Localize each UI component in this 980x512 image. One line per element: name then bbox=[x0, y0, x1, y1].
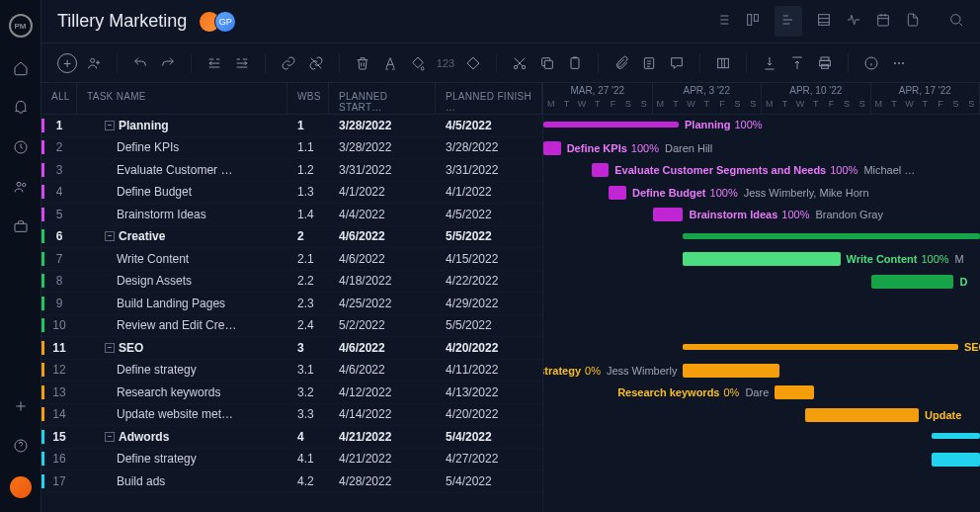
fill-button[interactable] bbox=[407, 52, 429, 74]
clock-icon[interactable] bbox=[12, 138, 30, 156]
gantt-bar[interactable]: Evaluate Customer Segments and Needs100%… bbox=[592, 163, 610, 177]
shape-button[interactable] bbox=[462, 52, 484, 74]
board-view-icon[interactable] bbox=[745, 12, 761, 31]
start-cell: 3/28/2022 bbox=[329, 119, 436, 132]
gantt-row: SEO0% bbox=[543, 337, 980, 360]
wbs-cell: 4.1 bbox=[287, 452, 329, 466]
gantt-bar[interactable]: Creative bbox=[683, 233, 980, 239]
task-row[interactable]: 5 Brainstorm Ideas 1.4 4/4/2022 4/5/2022 bbox=[41, 204, 542, 226]
text-style-button[interactable] bbox=[379, 52, 401, 74]
wbs-cell: 3.3 bbox=[287, 407, 329, 421]
col-start[interactable]: PLANNED START… bbox=[329, 83, 436, 114]
svg-point-2 bbox=[22, 183, 25, 186]
gantt-bar[interactable]: D bbox=[871, 275, 954, 289]
task-row[interactable]: 7 Write Content 2.1 4/6/2022 4/15/2022 bbox=[41, 248, 542, 271]
bell-icon[interactable] bbox=[12, 99, 30, 117]
task-row[interactable]: 1 −Planning 1 3/28/2022 4/5/2022 bbox=[41, 115, 542, 137]
app-logo[interactable]: PM bbox=[9, 14, 33, 38]
briefcase-icon[interactable] bbox=[12, 217, 30, 235]
home-icon[interactable] bbox=[12, 59, 30, 77]
list-view-icon[interactable] bbox=[715, 12, 731, 31]
gantt-bar[interactable]: Research keywords0%Dare bbox=[775, 385, 814, 399]
col-all[interactable]: ALL bbox=[41, 83, 77, 114]
attach-button[interactable] bbox=[611, 52, 632, 74]
task-row[interactable]: 13 Research keywords 3.2 4/12/2022 4/13/… bbox=[41, 382, 542, 404]
start-cell: 4/21/2022 bbox=[329, 430, 436, 444]
gantt-bar[interactable]: Write Content100%M bbox=[683, 252, 840, 266]
users-icon[interactable] bbox=[12, 178, 30, 196]
col-name[interactable]: TASK NAME bbox=[77, 83, 287, 114]
collapse-icon[interactable]: − bbox=[105, 121, 115, 130]
wbs-cell: 3.1 bbox=[287, 363, 329, 377]
task-row[interactable]: 2 Define KPIs 1.1 3/28/2022 3/28/2022 bbox=[41, 137, 542, 160]
task-row[interactable]: 15 −Adwords 4 4/21/2022 5/4/2022 bbox=[41, 426, 542, 449]
gantt-bar[interactable]: Brainstorm Ideas100%Brandon Gray bbox=[653, 208, 684, 221]
add-user-button[interactable] bbox=[83, 52, 105, 74]
project-members[interactable]: GP bbox=[199, 11, 236, 33]
gantt-bar[interactable]: SEO0% bbox=[683, 344, 957, 350]
task-row[interactable]: 14 Update website met… 3.3 4/14/2022 4/2… bbox=[41, 404, 542, 427]
cut-button[interactable] bbox=[509, 52, 531, 74]
gantt-bar[interactable]: Update bbox=[805, 408, 919, 422]
export-button[interactable] bbox=[786, 52, 808, 74]
task-row[interactable]: 4 Define Budget 1.3 4/1/2022 4/1/2022 bbox=[41, 182, 542, 205]
gantt-row bbox=[543, 293, 980, 315]
import-button[interactable] bbox=[759, 52, 780, 74]
collapse-icon[interactable]: − bbox=[105, 231, 115, 241]
undo-button[interactable] bbox=[129, 52, 151, 74]
task-row[interactable]: 8 Design Assets 2.2 4/18/2022 4/22/2022 bbox=[41, 271, 542, 294]
sheet-view-icon[interactable] bbox=[816, 12, 832, 31]
task-row[interactable]: 6 −Creative 2 4/6/2022 5/5/2022 bbox=[41, 226, 542, 249]
activity-icon[interactable] bbox=[846, 12, 861, 31]
gantt-bar[interactable] bbox=[932, 453, 980, 467]
delete-button[interactable] bbox=[352, 52, 373, 74]
gantt-week: APR, 3 '22MTWTFSS bbox=[653, 83, 763, 114]
paste-button[interactable] bbox=[564, 52, 586, 74]
row-number: 6 bbox=[41, 229, 77, 243]
print-button[interactable] bbox=[814, 52, 836, 74]
gantt-bar[interactable] bbox=[932, 433, 980, 439]
collapse-icon[interactable]: − bbox=[105, 343, 115, 353]
task-row[interactable]: 11 −SEO 3 4/6/2022 4/20/2022 bbox=[41, 337, 542, 360]
task-row[interactable]: 17 Build ads 4.2 4/28/2022 5/4/2022 bbox=[41, 470, 542, 493]
col-wbs[interactable]: WBS bbox=[287, 83, 329, 114]
task-name-cell: Research keywords bbox=[77, 385, 287, 399]
outdent-button[interactable] bbox=[204, 52, 225, 74]
task-name-cell: Define strategy bbox=[77, 452, 287, 466]
task-row[interactable]: 10 Review and Edit Cre… 2.4 5/2/2022 5/5… bbox=[41, 315, 542, 338]
gantt-chart[interactable]: MAR, 27 '22MTWTFSSAPR, 3 '22MTWTFSSAPR, … bbox=[543, 83, 980, 512]
copy-button[interactable] bbox=[536, 52, 558, 74]
collapse-icon[interactable]: − bbox=[105, 432, 115, 442]
user-avatar[interactable] bbox=[10, 476, 32, 498]
notes-button[interactable] bbox=[638, 52, 660, 74]
redo-button[interactable] bbox=[157, 52, 179, 74]
columns-button[interactable] bbox=[712, 52, 734, 74]
help-icon[interactable] bbox=[12, 437, 30, 455]
task-name-cell: Brainstorm Ideas bbox=[77, 208, 287, 221]
search-icon[interactable] bbox=[948, 12, 964, 31]
finish-cell: 3/28/2022 bbox=[436, 140, 542, 154]
indent-button[interactable] bbox=[231, 52, 253, 74]
unlink-button[interactable] bbox=[305, 52, 327, 74]
plus-icon[interactable] bbox=[12, 397, 30, 415]
task-row[interactable]: 9 Build Landing Pages 2.3 4/25/2022 4/29… bbox=[41, 293, 542, 315]
finish-cell: 4/1/2022 bbox=[436, 185, 542, 199]
gantt-bar[interactable]: Define KPIs100%Daren Hill bbox=[543, 141, 561, 155]
link-button[interactable] bbox=[278, 52, 299, 74]
gantt-row: Update bbox=[543, 404, 980, 427]
gantt-bar[interactable]: Planning100% bbox=[543, 122, 679, 128]
number-format-button[interactable]: 123 bbox=[435, 52, 456, 74]
col-finish[interactable]: PLANNED FINISH … bbox=[436, 83, 542, 114]
more-button[interactable] bbox=[888, 52, 910, 74]
calendar-icon[interactable] bbox=[875, 12, 891, 31]
files-icon[interactable] bbox=[905, 12, 921, 31]
info-button[interactable] bbox=[860, 52, 882, 74]
task-row[interactable]: 16 Define strategy 4.1 4/21/2022 4/27/20… bbox=[41, 449, 542, 471]
comment-button[interactable] bbox=[666, 52, 688, 74]
gantt-view-icon[interactable] bbox=[775, 6, 802, 37]
gantt-bar[interactable]: Define strategy0%Jess Wimberly bbox=[683, 364, 778, 378]
task-row[interactable]: 12 Define strategy 3.1 4/6/2022 4/11/202… bbox=[41, 360, 542, 383]
add-task-button[interactable]: + bbox=[57, 53, 77, 73]
task-row[interactable]: 3 Evaluate Customer … 1.2 3/31/2022 3/31… bbox=[41, 159, 542, 182]
gantt-bar[interactable]: Define Budget100%Jess Wimberly, Mike Hor… bbox=[609, 186, 626, 200]
